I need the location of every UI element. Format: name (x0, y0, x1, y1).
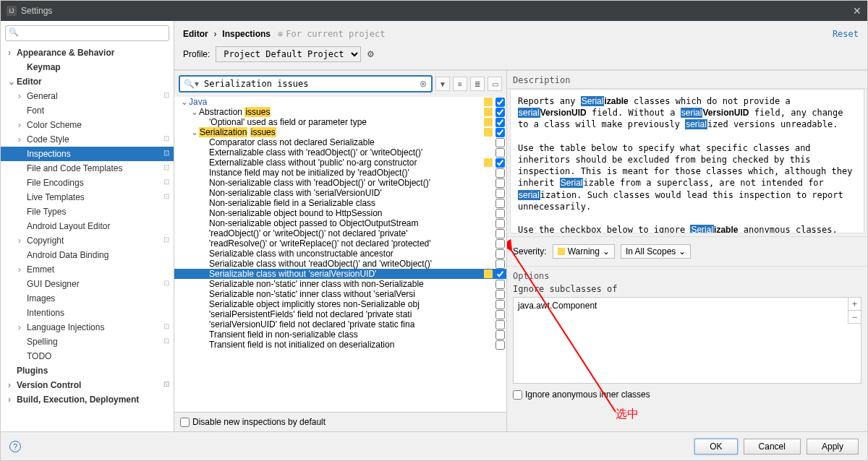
inspection-row[interactable]: Externalizable class with 'readObject()'… (174, 147, 506, 158)
cancel-button[interactable]: Cancel (744, 439, 801, 454)
inspection-checkbox[interactable] (495, 128, 505, 137)
apply-button[interactable]: Apply (807, 439, 859, 454)
inspection-checkbox[interactable] (495, 259, 505, 269)
inspection-search[interactable]: 🔍▾ ⊗ (179, 75, 433, 92)
inspection-checkbox[interactable] (495, 108, 505, 117)
inspection-checkbox[interactable] (495, 98, 505, 107)
clear-icon[interactable]: ⊗ (415, 79, 431, 89)
inspection-row[interactable]: Externalizable class without 'public' no… (174, 158, 506, 168)
sidebar-item[interactable]: TODO (1, 349, 174, 363)
group-icon[interactable]: ▭ (488, 77, 502, 91)
disable-new-checkbox[interactable] (180, 418, 190, 427)
inspection-row[interactable]: Non-serializable object bound to HttpSes… (174, 208, 506, 218)
inspection-row[interactable]: Transient field is not initialized on de… (174, 340, 506, 350)
sidebar-item[interactable]: File Types (1, 204, 174, 219)
ok-button[interactable]: OK (694, 439, 737, 454)
inspection-checkbox[interactable] (495, 199, 505, 208)
sidebar-item[interactable]: Images (1, 291, 174, 306)
inspection-tree[interactable]: ⌄Java⌄Abstraction issues'Optional' used … (174, 97, 506, 412)
reset-link[interactable]: Reset (833, 29, 859, 39)
sidebar-item[interactable]: Spelling⊡ (1, 335, 174, 349)
inspection-checkbox[interactable] (495, 270, 505, 279)
sidebar-search[interactable] (5, 25, 169, 41)
inspection-row[interactable]: ⌄Java (174, 97, 506, 107)
inspection-row[interactable]: 'readResolve()' or 'writeReplace()' not … (174, 238, 506, 249)
add-icon[interactable]: + (848, 298, 861, 311)
inspection-row[interactable]: 'serialPersistentFields' field not decla… (174, 309, 506, 319)
inspection-row[interactable]: Non-serializable object passed to Object… (174, 218, 506, 228)
sidebar-item[interactable]: File and Code Templates⊡ (1, 161, 174, 176)
ignore-list[interactable]: java.awt.Component + − (513, 297, 861, 384)
inspection-checkbox[interactable] (495, 189, 505, 198)
sidebar-item[interactable]: Font (1, 103, 174, 118)
severity-select[interactable]: Warning ⌄ (553, 244, 615, 259)
inspection-row[interactable]: Comparator class not declared Serializab… (174, 137, 506, 147)
inspection-row[interactable]: Serializable class with unconstructable … (174, 249, 506, 259)
sidebar-item[interactable]: GUI Designer⊡ (1, 277, 174, 291)
inspection-row[interactable]: Non-serializable field in a Serializable… (174, 198, 506, 208)
sidebar-item[interactable]: Android Layout Editor (1, 219, 174, 233)
sidebar-item[interactable]: ›Version Control⊡ (1, 378, 174, 392)
sidebar-item[interactable]: ›Code Style⊡ (1, 132, 174, 147)
profile-select[interactable]: Project Default Project (216, 46, 361, 62)
inspection-checkbox[interactable] (495, 178, 505, 188)
inspection-row[interactable]: ⌄Serialization issues (174, 127, 506, 137)
inspection-checkbox[interactable] (495, 138, 505, 147)
gear-icon[interactable]: ⚙ (367, 49, 375, 59)
sidebar-item[interactable]: File Encodings⊡ (1, 176, 174, 190)
remove-icon[interactable]: − (848, 311, 861, 324)
inspection-row[interactable]: 'serialVersionUID' field not declared 'p… (174, 319, 506, 329)
inspection-row[interactable]: Serializable object implicitly stores no… (174, 299, 506, 309)
sidebar-item[interactable]: ›Appearance & Behavior (1, 46, 174, 60)
inspection-checkbox[interactable] (495, 280, 505, 289)
inspection-checkbox[interactable] (495, 118, 505, 127)
filter-icon[interactable]: ▼ (435, 77, 450, 91)
sidebar-item[interactable]: ⌄Editor (1, 74, 174, 89)
inspection-checkbox[interactable] (495, 310, 505, 319)
scope-select[interactable]: In All Scopes ⌄ (621, 244, 691, 259)
inspection-checkbox[interactable] (495, 249, 505, 259)
collapse-icon[interactable]: ≣ (470, 77, 485, 91)
inspection-checkbox[interactable] (495, 320, 505, 329)
inspection-checkbox[interactable] (495, 229, 505, 238)
inspection-checkbox[interactable] (495, 158, 505, 168)
inspection-row[interactable]: ⌄Abstraction issues (174, 107, 506, 117)
sidebar-item[interactable]: Plugins (1, 363, 174, 378)
inspection-row[interactable]: Serializable non-'static' inner class wi… (174, 279, 506, 289)
sidebar-item[interactable]: ›Emmet (1, 262, 174, 277)
inspection-row[interactable]: Instance field may not be initialized by… (174, 168, 506, 178)
ignore-anon-checkbox[interactable] (513, 390, 522, 400)
inspection-search-input[interactable] (203, 77, 415, 91)
sidebar-item[interactable]: Inspections⊡ (1, 147, 174, 161)
inspection-row[interactable]: Serializable class without 'serialVersio… (174, 269, 506, 279)
sidebar-item[interactable]: Android Data Binding (1, 248, 174, 262)
inspection-checkbox[interactable] (495, 219, 505, 228)
sidebar-item[interactable]: Intentions (1, 306, 174, 320)
inspection-row[interactable]: Serializable class without 'readObject()… (174, 259, 506, 269)
inspection-checkbox[interactable] (495, 330, 505, 340)
inspection-checkbox[interactable] (495, 209, 505, 218)
sidebar-item[interactable]: ›Color Scheme (1, 118, 174, 132)
list-item[interactable]: java.awt.Component (518, 301, 597, 311)
inspection-checkbox[interactable] (495, 300, 505, 309)
help-icon[interactable]: ? (9, 441, 21, 452)
inspection-row[interactable]: Non-serializable class with 'serialVersi… (174, 188, 506, 198)
sidebar-item[interactable]: ›Build, Execution, Deployment (1, 392, 174, 407)
inspection-row[interactable]: 'readObject()' or 'writeObject()' not de… (174, 228, 506, 238)
settings-tree[interactable]: ›Appearance & BehaviorKeymap⌄Editor›Gene… (1, 46, 174, 431)
inspection-checkbox[interactable] (495, 148, 505, 158)
sidebar-item[interactable]: ›General⊡ (1, 89, 174, 103)
inspection-row[interactable]: 'Optional' used as field or parameter ty… (174, 117, 506, 127)
sidebar-search-input[interactable] (5, 25, 169, 41)
inspection-row[interactable]: Serializable non-'static' inner class wi… (174, 289, 506, 299)
inspection-row[interactable]: Transient field in non-serializable clas… (174, 329, 506, 340)
sidebar-item[interactable]: Live Templates⊡ (1, 190, 174, 204)
close-icon[interactable]: ✕ (853, 5, 861, 17)
inspection-checkbox[interactable] (495, 239, 505, 249)
inspection-checkbox[interactable] (495, 168, 505, 178)
inspection-row[interactable]: Non-serializable class with 'readObject(… (174, 178, 506, 188)
sidebar-item[interactable]: ›Copyright⊡ (1, 233, 174, 248)
sidebar-item[interactable]: ›Language Injections⊡ (1, 320, 174, 335)
inspection-checkbox[interactable] (495, 290, 505, 299)
expand-icon[interactable]: ≡ (453, 77, 467, 91)
